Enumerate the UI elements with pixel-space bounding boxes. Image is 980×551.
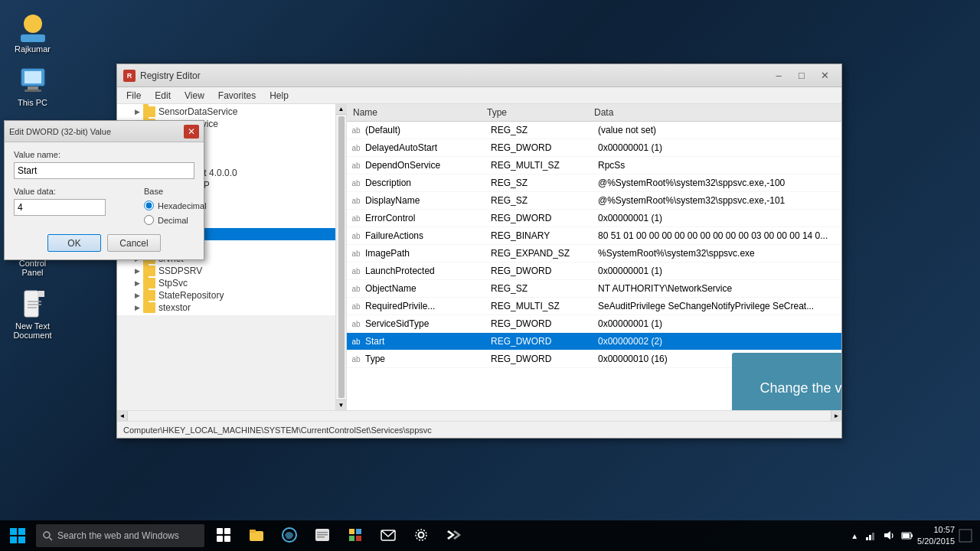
file-explorer-button[interactable]	[241, 520, 272, 551]
show-desktop-button[interactable]	[959, 529, 972, 543]
val-data-error-control: 0x00000001 (1)	[592, 211, 841, 225]
windows-logo-icon	[10, 528, 25, 543]
tree-item-staterepository[interactable]: ▶ StateRepository	[117, 289, 346, 302]
value-row-default[interactable]: ab (Default) REG_SZ (value not set)	[347, 122, 841, 139]
tree-label-ssdpsrv: SSDPSRV	[158, 266, 202, 276]
reg-editor-statusbar: Computer\HKEY_LOCAL_MACHINE\SYSTEM\Curre…	[117, 421, 841, 438]
desktop-icon-user[interactable]: Rajkumar	[4, 8, 61, 57]
settings-button[interactable]	[406, 520, 436, 551]
col-header-type: Type	[481, 106, 588, 119]
desktop-icon-new-doc[interactable]: New Text Document	[4, 285, 61, 344]
tree-item-sensor-data[interactable]: ▶ SensorDataService	[117, 106, 346, 118]
val-data-launch-protected: 0x00000001 (1)	[592, 264, 841, 278]
settings-icon	[413, 527, 430, 543]
minimize-button[interactable]: –	[768, 68, 789, 83]
dialog-body: Value name: Value data: Base Hexadecimal	[5, 142, 204, 259]
close-button[interactable]: ✕	[814, 68, 835, 83]
col-header-data: Data	[588, 106, 841, 119]
value-name-input[interactable]	[14, 162, 194, 179]
taskbar-search-box[interactable]: Search the web and Windows	[36, 524, 204, 547]
svg-line-30	[50, 538, 53, 541]
value-data-input[interactable]	[14, 199, 106, 216]
tree-label-sensor-data: SensorDataService	[158, 106, 237, 117]
menu-view[interactable]: View	[178, 89, 211, 103]
val-name-launch-protected: LaunchProtected	[365, 266, 435, 276]
reg-horizontal-scrollbar[interactable]: ◄ ►	[117, 410, 841, 421]
reg-editor-title: Registry Editor	[140, 70, 768, 81]
edge-button[interactable]	[274, 520, 305, 551]
val-name-error-control: ErrorControl	[365, 213, 415, 223]
svg-rect-45	[356, 536, 361, 541]
tree-scroll-down[interactable]: ▼	[336, 399, 347, 410]
vscode-button[interactable]	[439, 520, 469, 551]
value-row-delayed-auto[interactable]: ab DelayedAutoStart REG_DWORD 0x00000001…	[347, 139, 841, 157]
radio-hexadecimal[interactable]: Hexadecimal	[144, 201, 207, 210]
svg-rect-1	[21, 34, 45, 42]
svg-rect-4	[28, 86, 38, 90]
radio-dec-input[interactable]	[144, 215, 154, 225]
svg-rect-41	[317, 536, 325, 538]
menu-file[interactable]: File	[120, 89, 147, 103]
svg-rect-56	[911, 534, 913, 537]
scroll-right-btn[interactable]: ►	[831, 411, 841, 422]
tray-chevron[interactable]: ▲	[851, 532, 858, 540]
dialog-titlebar: Edit DWORD (32-bit) Value ✕	[5, 121, 204, 142]
file-manager-button[interactable]	[307, 520, 338, 551]
value-row-description[interactable]: ab Description REG_SZ @%SystemRoot%\syst…	[347, 174, 841, 192]
cancel-button[interactable]: Cancel	[107, 234, 161, 252]
tree-arrow-staterepository: ▶	[132, 291, 142, 300]
svg-rect-53	[872, 533, 874, 540]
svg-rect-34	[224, 536, 230, 542]
scroll-left-btn[interactable]: ◄	[117, 411, 128, 422]
val-type-display-name: REG_SZ	[485, 194, 592, 207]
menu-help[interactable]: Help	[263, 89, 295, 103]
battery-icon	[901, 530, 913, 542]
folder-icon	[248, 527, 265, 543]
reg-editor-controls: – □ ✕	[768, 68, 835, 83]
desktop-icon-this-pc[interactable]: This PC	[4, 61, 61, 111]
value-row-required-priv[interactable]: ab RequiredPrivile... REG_MULTI_SZ SeAud…	[347, 298, 841, 315]
email-button[interactable]	[373, 520, 403, 551]
maximize-button[interactable]: □	[791, 68, 812, 83]
val-type-object-name: REG_SZ	[485, 282, 592, 295]
tree-item-stpsvc[interactable]: ▶ StpSvc	[117, 277, 346, 289]
val-name-default: (Default)	[365, 125, 400, 135]
val-type-service-sid: REG_DWORD	[485, 317, 592, 331]
system-clock[interactable]: 10:57 5/20/2015	[917, 524, 955, 548]
value-row-display-name[interactable]: ab DisplayName REG_SZ @%SystemRoot%\syst…	[347, 192, 841, 210]
tree-scroll-up[interactable]: ▲	[336, 104, 347, 115]
dialog-right-section: Base Hexadecimal Decimal	[144, 187, 207, 225]
tree-item-stexstor[interactable]: ▶ stexstor	[117, 302, 346, 314]
radio-hex-input[interactable]	[144, 201, 154, 210]
value-row-start[interactable]: ab Start REG_DWORD 0x00000002 (2)	[347, 333, 841, 350]
menu-edit[interactable]: Edit	[149, 89, 177, 103]
value-row-image-path[interactable]: ab ImagePath REG_EXPAND_SZ %SystemRoot%\…	[347, 245, 841, 262]
svg-rect-5	[24, 90, 41, 92]
val-data-object-name: NT AUTHORITY\NetworkService	[592, 282, 841, 295]
store-button[interactable]	[340, 520, 371, 551]
val-data-image-path: %SystemRoot%\system32\sppsvc.exe	[592, 246, 841, 260]
values-header: Name Type Data	[347, 104, 841, 122]
value-row-launch-protected[interactable]: ab LaunchProtected REG_DWORD 0x00000001 …	[347, 262, 841, 280]
edit-dword-dialog: Edit DWORD (32-bit) Value ✕ Value name: …	[4, 120, 204, 260]
radio-decimal[interactable]: Decimal	[144, 215, 207, 225]
value-row-error-control[interactable]: ab ErrorControl REG_DWORD 0x00000001 (1)	[347, 210, 841, 227]
radio-hex-label: Hexadecimal	[158, 201, 207, 210]
tree-item-ssdpsrv[interactable]: ▶ SSDPSRV	[117, 265, 346, 277]
val-icon-depend: ab	[350, 159, 362, 171]
tree-label-stpsvc: StpSvc	[158, 278, 188, 289]
val-icon-failure-actions: ab	[350, 230, 362, 242]
value-row-object-name[interactable]: ab ObjectName REG_SZ NT AUTHORITY\Networ…	[347, 280, 841, 298]
task-view-button[interactable]	[208, 520, 239, 551]
dialog-close-button[interactable]: ✕	[184, 125, 199, 139]
clock-time: 10:57	[917, 524, 955, 536]
new-doc-label: New Text Document	[8, 321, 57, 340]
val-icon-launch-protected: ab	[350, 265, 362, 277]
ok-button[interactable]: OK	[47, 234, 101, 252]
value-row-depend[interactable]: ab DependOnService REG_MULTI_SZ RpcSs	[347, 157, 841, 174]
value-row-failure-actions[interactable]: ab FailureActions REG_BINARY 80 51 01 00…	[347, 227, 841, 245]
start-button[interactable]	[0, 520, 34, 551]
menu-favorites[interactable]: Favorites	[212, 89, 262, 103]
val-type-start: REG_DWORD	[485, 334, 592, 348]
value-row-service-sid[interactable]: ab ServiceSidType REG_DWORD 0x00000001 (…	[347, 315, 841, 333]
